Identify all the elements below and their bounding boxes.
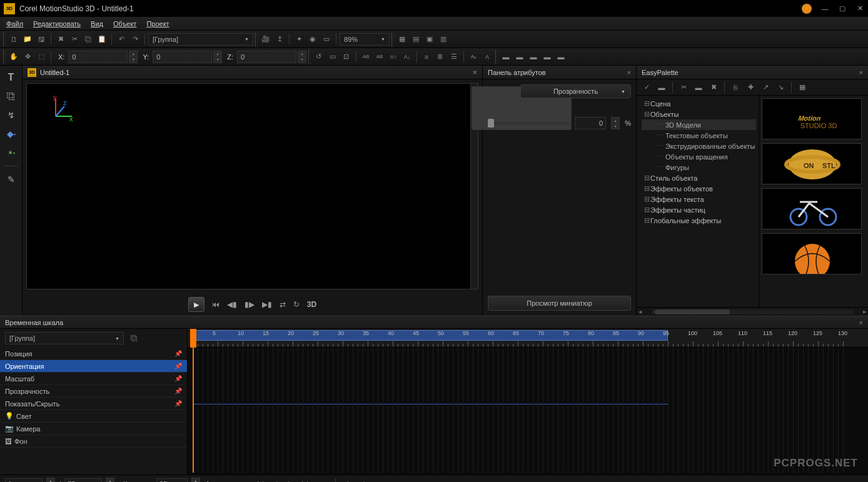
minimize-button[interactable]: — — [820, 4, 829, 13]
kf-fwd-icon[interactable]: ▶▶ — [301, 478, 313, 483]
particle-tool-icon[interactable]: ✶▾ — [4, 146, 19, 159]
tree-item[interactable]: Экструдированные объекты — [642, 141, 756, 151]
document-tab[interactable]: 3D Untitled-1 × — [23, 66, 482, 79]
tree-item[interactable]: ⊟ Стиль объекта — [642, 173, 756, 183]
tree-item[interactable]: Фигуры — [642, 162, 756, 173]
copy-icon[interactable]: ⿻ — [82, 33, 94, 46]
tl-copy-icon[interactable]: ⿻ — [128, 332, 140, 344]
check-icon[interactable]: ✓ — [640, 81, 653, 94]
tree-item[interactable]: Объекты вращения — [642, 151, 756, 162]
layer5-icon[interactable]: ▬ — [555, 51, 567, 63]
grid-icon[interactable]: ▦ — [796, 81, 809, 94]
opacity-slider[interactable] — [488, 122, 570, 124]
tree-item[interactable]: ⊟ Эффекты текста — [642, 194, 756, 204]
select-icon[interactable]: ⬚ — [35, 51, 48, 63]
kf-add-icon[interactable]: ◆ — [341, 478, 354, 483]
wand-icon[interactable]: ✦ — [293, 33, 305, 46]
kf-del-icon[interactable]: ◇ — [358, 478, 370, 483]
material-tool-icon[interactable]: ◆▾ — [4, 127, 19, 141]
paste-icon[interactable]: 📋 — [96, 33, 108, 46]
keyframe-line[interactable] — [193, 404, 668, 404]
alignl-icon[interactable]: ≡ — [420, 51, 433, 63]
timeline-track[interactable]: Позиция📌 — [0, 348, 187, 360]
timeline-track[interactable]: 📷Камера — [0, 423, 187, 435]
timeline-track[interactable]: Прозрачность📌 — [0, 385, 187, 398]
export-icon[interactable]: ↥ — [273, 33, 286, 46]
thumb-item[interactable]: ONSTL — [762, 143, 862, 184]
timeline-track[interactable]: Ориентация📌 — [0, 360, 187, 373]
group-combo[interactable]: [Группа]▼ — [148, 33, 253, 46]
close-tab-icon[interactable]: × — [472, 68, 477, 77]
tree-item[interactable]: ⊟ Глобальные эффекты — [642, 215, 756, 226]
opacity-spinner[interactable]: ▲▼ — [611, 117, 620, 129]
snap-icon[interactable]: ⊡ — [340, 51, 353, 63]
layer4-icon[interactable]: ▬ — [541, 51, 553, 63]
total-frames-input[interactable]: 75 — [64, 478, 102, 483]
kf-left-icon[interactable]: ◀ — [268, 478, 281, 483]
timeline-ruler[interactable]: 5101520253035404550556065707580859095100… — [188, 329, 868, 348]
menu-view[interactable]: Вид — [91, 20, 103, 28]
palette-hscroll[interactable]: ◀ ▶ — [637, 307, 868, 316]
open-icon[interactable]: 📁 — [21, 33, 34, 46]
timeline-track[interactable]: Показать/Скрыть📌 — [0, 398, 187, 410]
kf-next-icon[interactable]: ⇥ — [317, 478, 330, 483]
z-spinner[interactable]: ▲▼ — [298, 51, 306, 63]
layer3-icon[interactable]: ▬ — [527, 51, 540, 63]
panel4-icon[interactable]: ▥ — [437, 33, 450, 46]
playhead[interactable] — [193, 348, 194, 473]
tree-item[interactable]: ⊟ Сцена — [642, 98, 756, 109]
textstyle1-icon[interactable]: Aᵦ — [467, 51, 480, 63]
thumb-item[interactable]: MotionSTUDIO 3D — [762, 98, 862, 139]
redo-icon[interactable]: ↷ — [129, 33, 141, 46]
layer2-icon[interactable]: ▬ — [513, 51, 526, 63]
timeline-track[interactable]: 💡Свет — [0, 410, 187, 423]
add-icon[interactable]: ✚ — [744, 81, 757, 94]
layer1-icon[interactable]: ▬ — [500, 51, 512, 63]
fps-spinner[interactable]: ▲▼ — [191, 478, 200, 483]
save-icon[interactable]: 🖫 — [35, 33, 48, 46]
monitor-icon[interactable]: ▭ — [320, 33, 333, 46]
y-spinner[interactable]: ▲▼ — [213, 51, 222, 63]
kf-back-icon[interactable]: ◀◀ — [252, 478, 265, 483]
tree-item[interactable]: ⊟ Объекты — [642, 109, 756, 119]
maximize-button[interactable]: ▢ — [838, 4, 847, 13]
delete-icon[interactable]: ✖ — [54, 33, 67, 46]
link-icon[interactable]: ⎘ — [729, 81, 742, 94]
undo-icon[interactable]: ↶ — [115, 33, 128, 46]
thumb-item[interactable] — [762, 233, 862, 274]
path-tool-icon[interactable]: ↯ — [4, 108, 19, 122]
folder-icon[interactable]: ▬ — [655, 81, 668, 94]
mode-3d[interactable]: 3D — [307, 300, 316, 309]
zoom-combo[interactable]: 89%▼ — [340, 33, 390, 46]
timeline-track[interactable]: Масштаб📌 — [0, 373, 187, 385]
alignc-icon[interactable]: ≣ — [434, 51, 447, 63]
x-spinner[interactable]: ▲▼ — [129, 51, 138, 63]
text2-icon[interactable]: AB — [373, 51, 386, 63]
timeline-tracks-area[interactable] — [188, 348, 868, 473]
new-icon[interactable]: 🗋 — [8, 33, 20, 46]
tree-item[interactable]: ⊟ Эффекты объектов — [642, 183, 756, 194]
current-frame-input[interactable]: 1 — [5, 478, 43, 483]
cut2-icon[interactable]: ✂ — [677, 81, 690, 94]
hand-icon[interactable]: ✋ — [8, 51, 20, 63]
timeline-close-icon[interactable]: × — [859, 319, 863, 326]
tree-item[interactable]: Текстовые объекты — [642, 130, 756, 141]
x-input[interactable]: 0 — [68, 51, 128, 63]
y-input[interactable]: 0 — [153, 51, 212, 63]
panel1-icon[interactable]: ▦ — [396, 33, 408, 46]
move-icon[interactable]: ✥ — [21, 51, 34, 63]
panel3-icon[interactable]: ▣ — [423, 33, 436, 46]
timeline-group-combo[interactable]: [Группа]▼ — [5, 332, 124, 344]
preview-thumbs-button[interactable]: Просмотр миниатюр — [488, 296, 631, 311]
import-icon[interactable]: ↘ — [774, 81, 787, 94]
menu-edit[interactable]: Редактировать — [33, 20, 81, 28]
align-icon[interactable]: ▭ — [326, 51, 339, 63]
tree-item[interactable]: 3D Модели — [642, 119, 756, 130]
delete2-icon[interactable]: ✖ — [707, 81, 720, 94]
cut-icon[interactable]: ✂ — [68, 33, 81, 46]
alignr-icon[interactable]: ☰ — [448, 51, 460, 63]
current-frame-spinner[interactable]: ▲▼ — [46, 478, 55, 483]
export2-icon[interactable]: ↗ — [759, 81, 772, 94]
text4-icon[interactable]: A↓ — [401, 51, 413, 63]
playpause-icon[interactable]: ▮▶ — [245, 300, 255, 309]
